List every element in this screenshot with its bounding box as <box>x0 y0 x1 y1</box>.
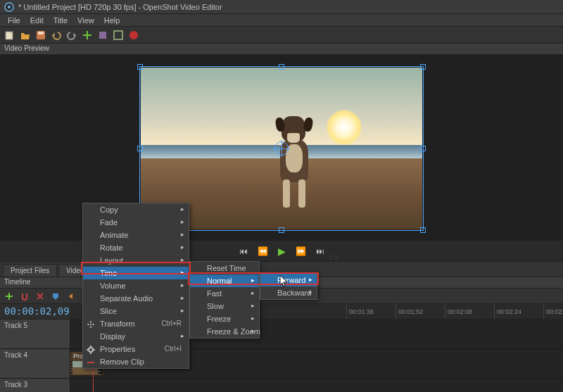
track-body[interactable] <box>70 379 563 392</box>
submenu-arrow-icon: ▸ <box>309 276 312 283</box>
tab-project-files[interactable]: Project Files <box>3 264 57 277</box>
rewind-button[interactable]: ⏪ <box>258 246 268 256</box>
menu-edit[interactable]: Edit <box>25 16 49 25</box>
time-item-freeze-zoom[interactable]: Freeze & Zoom▸ <box>190 325 259 338</box>
submenu-arrow-icon: ▸ <box>181 231 184 238</box>
submenu-arrow-icon: ▸ <box>181 256 184 263</box>
submenu-arrow-icon: ▸ <box>181 282 184 289</box>
submenu-arrow-icon: ▸ <box>251 302 255 309</box>
svg-rect-6 <box>83 34 91 36</box>
menu-item-label: Backward <box>277 289 311 297</box>
window-title: * Untitled Project [HD 720p 30 fps] - Op… <box>18 3 222 11</box>
time-item-slow[interactable]: Slow▸ <box>190 300 259 312</box>
ctx-item-properties[interactable]: PropertiesCtrl+I <box>83 343 189 355</box>
track-label[interactable]: Track 3 <box>0 379 70 392</box>
app-logo-icon <box>4 2 14 12</box>
menu-item-label: Remove Clip <box>100 358 144 366</box>
menu-item-label: Volume <box>100 282 126 290</box>
ctx-item-transform[interactable]: TransformCtrl+R <box>83 317 189 330</box>
track-label[interactable]: Track 4 <box>0 349 70 378</box>
move-icon <box>86 320 96 329</box>
ctx-item-remove-clip[interactable]: Remove Clip <box>83 355 189 368</box>
menu-view[interactable]: View <box>72 16 99 25</box>
ctx-item-display[interactable]: Display▸ <box>83 330 189 343</box>
time-item-freeze[interactable]: Freeze▸ <box>190 312 259 325</box>
new-project-icon[interactable] <box>4 30 15 41</box>
menu-item-label: Freeze <box>207 315 231 323</box>
dir-item-forward[interactable]: Forward▸ <box>260 274 317 286</box>
menu-help[interactable]: Help <box>99 16 125 25</box>
ruler-tick: 00:02:08 <box>445 304 472 319</box>
mouse-cursor-icon <box>280 275 289 288</box>
open-project-icon[interactable] <box>20 30 31 41</box>
add-marker-icon[interactable] <box>51 291 61 301</box>
menu-item-label: Reset Time <box>207 264 246 272</box>
time-item-reset-time[interactable]: Reset Time <box>190 262 259 274</box>
ctx-item-layout[interactable]: Layout▸ <box>83 254 189 267</box>
ctx-item-time[interactable]: Time▸ <box>83 267 189 279</box>
ctx-item-copy[interactable]: Copy▸ <box>83 203 189 216</box>
import-files-icon[interactable] <box>82 30 93 41</box>
time-submenu: Reset TimeNormal▸Fast▸Slow▸Freeze▸Freeze… <box>189 261 260 339</box>
track-label[interactable]: Track 5 <box>0 320 70 348</box>
menu-item-label: Slice <box>100 307 117 315</box>
menu-title[interactable]: Title <box>49 16 72 25</box>
svg-rect-8 <box>114 31 122 39</box>
razor-icon[interactable] <box>35 291 45 301</box>
track-row: Track 3 <box>0 379 563 392</box>
dog-in-frame <box>273 116 315 208</box>
submenu-arrow-icon: ▸ <box>309 289 312 296</box>
fullscreen-icon[interactable] <box>113 30 124 41</box>
dir-item-backward[interactable]: Backward▸ <box>260 286 317 299</box>
gear-icon <box>86 345 96 355</box>
ctx-item-volume[interactable]: Volume▸ <box>83 279 189 292</box>
play-button[interactable]: ▶ <box>278 246 286 257</box>
ctx-item-fade[interactable]: Fade▸ <box>83 216 189 229</box>
menu-item-label: Properties <box>100 345 135 353</box>
playhead[interactable] <box>93 379 94 392</box>
time-item-normal[interactable]: Normal▸ <box>190 274 259 287</box>
menu-item-label: Slow <box>207 302 224 310</box>
fast-forward-button[interactable]: ⏩ <box>296 246 306 256</box>
ruler-tick: 00:01:52 <box>396 304 423 319</box>
main-toolbar <box>0 27 563 44</box>
svg-rect-11 <box>6 296 13 297</box>
menu-item-label: Layout <box>100 256 123 265</box>
menu-item-label: Time <box>100 269 117 277</box>
jump-end-button[interactable]: ⏭ <box>316 246 324 256</box>
svg-rect-7 <box>99 32 106 39</box>
save-project-icon[interactable] <box>35 30 46 41</box>
undo-icon[interactable] <box>51 30 62 41</box>
preview-panel-header: Video Preview <box>0 44 563 55</box>
prev-marker-icon[interactable] <box>66 291 76 301</box>
timeline-panel-title: Timeline <box>4 278 30 286</box>
svg-rect-12 <box>90 324 91 325</box>
export-icon[interactable] <box>128 30 139 41</box>
submenu-arrow-icon: ▸ <box>181 332 184 339</box>
ctx-item-separate-audio[interactable]: Separate Audio▸ <box>83 292 189 305</box>
minus-icon <box>86 358 96 367</box>
jump-start-button[interactable]: ⏮ <box>239 246 248 256</box>
menu-item-label: Animate <box>100 231 128 239</box>
ctx-item-animate[interactable]: Animate▸ <box>83 229 189 241</box>
ctx-item-rotate[interactable]: Rotate▸ <box>83 241 189 254</box>
profiles-icon[interactable] <box>97 30 108 41</box>
ctx-item-slice[interactable]: Slice▸ <box>83 305 189 317</box>
submenu-arrow-icon: ▸ <box>181 307 184 314</box>
menu-file[interactable]: File <box>3 16 25 25</box>
add-track-icon[interactable] <box>4 291 14 301</box>
menu-item-label: Display <box>100 332 125 341</box>
time-item-fast[interactable]: Fast▸ <box>190 287 259 300</box>
splitter-grip-icon[interactable]: ⋮⋮ <box>327 253 340 260</box>
titlebar: * Untitled Project [HD 720p 30 fps] - Op… <box>0 0 563 14</box>
submenu-arrow-icon: ▸ <box>181 206 184 213</box>
submenu-arrow-icon: ▸ <box>251 327 255 334</box>
submenu-arrow-icon: ▸ <box>251 315 255 322</box>
submenu-arrow-icon: ▸ <box>181 244 184 251</box>
redo-icon[interactable] <box>66 30 77 41</box>
snapping-icon[interactable] <box>20 291 30 301</box>
ruler-tick: 00:02:24 <box>494 304 521 319</box>
ruler-tick: 00:01:36 <box>346 304 374 319</box>
menu-item-label: Transform <box>100 320 135 328</box>
menu-item-label: Rotate <box>100 244 122 252</box>
